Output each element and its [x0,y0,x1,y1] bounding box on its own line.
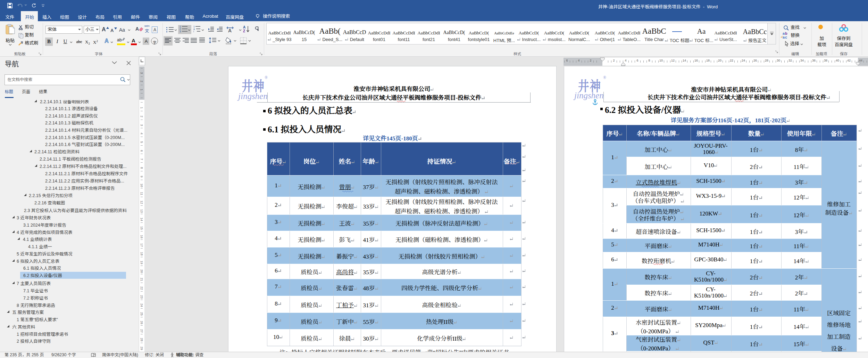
svg-text:A: A [228,28,232,33]
svg-text:A: A [243,25,245,29]
svg-text:Z: Z [243,29,245,33]
